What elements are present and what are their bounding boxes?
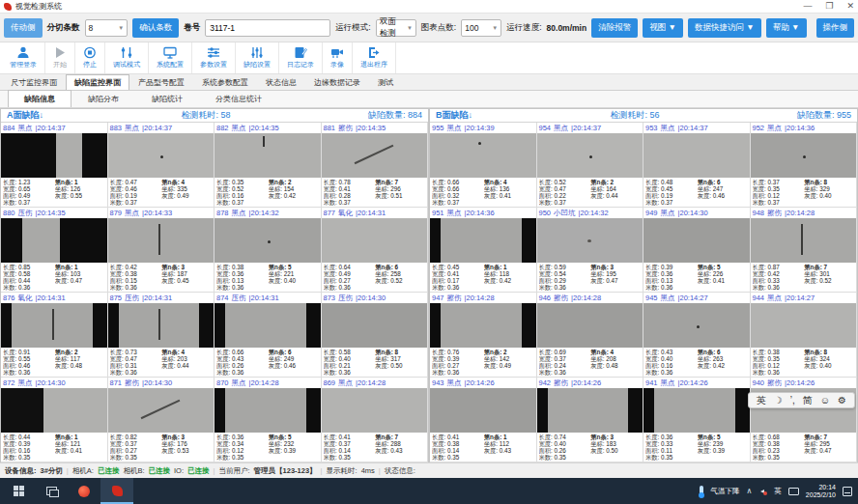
ime-emoji-icon[interactable]: ☺ (820, 393, 830, 407)
ime-settings-icon[interactable]: ⚙ (838, 393, 846, 407)
defect-cell[interactable]: 948 擦伤 |20:14:28 长度: 0.87 宽度: 0.42 面积: 0… (751, 208, 858, 293)
defect-cell[interactable]: 954 黑点 |20:14:37 长度: 0.52 宽度: 0.47 面积: 0… (537, 123, 644, 208)
defect-image[interactable] (644, 218, 750, 263)
defect-image[interactable] (214, 303, 321, 348)
defect-image[interactable] (1, 133, 107, 178)
tab-edge-data-record[interactable]: 边缘数据记录 (305, 74, 369, 90)
defect-cell[interactable]: 946 擦伤 |20:14:28 长度: 0.69 宽度: 0.37 面积: 0… (537, 293, 644, 378)
volume-icon[interactable] (758, 487, 767, 495)
ime-simplified-toggle[interactable]: 简 (803, 393, 813, 407)
defect-image[interactable] (644, 388, 750, 433)
defect-image[interactable] (751, 303, 857, 348)
defect-cell[interactable]: 870 黑点 |20:14:28 长度: 0.36 宽度: 0.34 面积: 0… (214, 378, 322, 462)
defect-cell[interactable]: 950 小凹坑 |20:14:32 长度: 0.59 宽度: 0.54 面积: … (537, 208, 644, 293)
defect-image[interactable] (108, 133, 214, 178)
defect-cell[interactable]: 955 黑点 |20:14:39 长度: 0.66 宽度: 0.66 面积: 0… (430, 123, 537, 208)
defect-cell[interactable]: 943 黑点 |20:14:26 长度: 0.41 宽度: 0.38 面积: 0… (430, 378, 537, 462)
stop-button[interactable]: 停止 (75, 42, 105, 73)
ime-english-toggle[interactable]: 英 (757, 393, 766, 407)
defect-cell[interactable]: 874 压伤 |20:14:31 长度: 0.66 宽度: 0.43 面积: 0… (214, 293, 322, 378)
defect-image[interactable] (644, 303, 750, 348)
defect-image[interactable] (751, 218, 857, 263)
defect-image[interactable] (430, 218, 536, 263)
operator-side-button[interactable]: 操作侧 (816, 18, 855, 38)
defect-image[interactable] (108, 218, 214, 263)
admin-login-button[interactable]: 管理登录 (2, 42, 45, 73)
tab-product-model-config[interactable]: 产品型号配置 (129, 74, 193, 90)
defect-image[interactable] (430, 303, 536, 348)
confirm-count-button[interactable]: 确认条数 (132, 18, 179, 38)
tab-size-monitor[interactable]: 尺寸监控界面 (2, 74, 66, 90)
defect-settings-button[interactable]: 缺陷设置 (236, 42, 279, 73)
weather-text[interactable]: 气温下降 (710, 487, 739, 496)
hidden-icons-chevron[interactable]: ∧ (746, 487, 752, 495)
defect-image[interactable] (537, 133, 644, 178)
defect-image[interactable] (108, 388, 214, 433)
record-video-button[interactable]: 录像 (323, 42, 353, 73)
minimize-button[interactable]: — (803, 2, 812, 11)
defect-cell[interactable]: 879 黑点 |20:14:33 长度: 0.42 宽度: 0.38 面积: 0… (108, 208, 215, 293)
defect-cell[interactable]: 881 擦伤 |20:14:35 长度: 0.78 宽度: 0.41 面积: 0… (322, 123, 429, 208)
inspection-app-button[interactable] (100, 478, 133, 504)
parameter-settings-button[interactable]: 参数设置 (192, 42, 236, 73)
defect-cell[interactable]: 884 黑点 |20:14:37 长度: 1.23 宽度: 0.65 面积: 0… (1, 123, 108, 208)
defect-cell[interactable]: 876 氧化 |20:14:31 长度: 0.91 宽度: 0.55 面积: 0… (1, 293, 108, 378)
weather-thermometer-icon[interactable] (700, 486, 703, 496)
defect-cell[interactable]: 873 压伤 |20:14:30 长度: 0.58 宽度: 0.40 面积: 0… (322, 293, 429, 378)
defect-cell[interactable]: 951 黑点 |20:14:36 长度: 0.45 宽度: 0.41 面积: 0… (430, 208, 537, 293)
language-indicator[interactable]: 英 (774, 487, 782, 496)
defect-cell[interactable]: 871 擦伤 |20:14:30 长度: 0.82 宽度: 0.37 面积: 0… (108, 378, 215, 462)
defect-cell[interactable]: 941 黑点 |20:14:26 长度: 0.36 宽度: 0.33 面积: 0… (644, 378, 751, 462)
defect-image[interactable] (537, 303, 644, 348)
tab-status-info[interactable]: 状态信息 (257, 74, 305, 90)
help-menu-button[interactable]: 帮助 ▼ (766, 18, 807, 38)
defect-cell[interactable]: 949 黑点 |20:14:30 长度: 0.39 宽度: 0.36 面积: 0… (644, 208, 751, 293)
data-quick-access-button[interactable]: 数据快捷访问 ▼ (688, 18, 761, 38)
defect-image[interactable] (1, 218, 107, 263)
defect-image[interactable] (214, 133, 321, 178)
defect-image[interactable] (1, 388, 107, 433)
defect-image[interactable] (430, 133, 536, 178)
defect-cell[interactable]: 869 黑点 |20:14:28 长度: 0.41 宽度: 0.37 面积: 0… (322, 378, 429, 462)
defect-cell[interactable]: 878 黑点 |20:14:32 长度: 0.38 宽度: 0.36 面积: 0… (214, 208, 322, 293)
clear-alarm-button[interactable]: 清除报警 (591, 18, 638, 38)
defect-cell[interactable]: 877 氧化 |20:14:31 长度: 0.64 宽度: 0.49 面积: 0… (322, 208, 429, 293)
ime-punctuation-toggle[interactable]: ’, (790, 393, 795, 407)
defect-cell[interactable]: 952 黑点 |20:14:36 长度: 0.37 宽度: 0.35 面积: 0… (751, 123, 858, 208)
defect-cell[interactable]: 953 黑点 |20:14:37 长度: 0.48 宽度: 0.45 面积: 0… (644, 123, 751, 208)
defect-image[interactable] (214, 388, 321, 433)
subtab-defect-info[interactable]: 缺陷信息 (8, 90, 72, 107)
defect-image[interactable] (537, 218, 644, 263)
defect-image[interactable] (214, 218, 321, 263)
defect-image[interactable] (322, 303, 428, 348)
taskbar-clock[interactable]: 20:14 2025/2/10 (806, 484, 836, 499)
defect-image[interactable] (108, 303, 214, 348)
close-button[interactable]: ✕ (846, 2, 854, 11)
defect-cell[interactable]: 882 黑点 |20:14:35 长度: 0.35 宽度: 0.52 面积: 0… (214, 123, 322, 208)
touch-keyboard-icon[interactable] (788, 488, 799, 495)
log-record-button[interactable]: 日志记录 (279, 42, 323, 73)
slit-count-select[interactable]: 8▼ (85, 19, 129, 37)
defect-image[interactable] (322, 218, 428, 263)
view-menu-button[interactable]: 视图 ▼ (643, 18, 683, 38)
tab-system-param-config[interactable]: 系统参数配置 (193, 74, 257, 90)
defect-image[interactable] (322, 388, 428, 433)
panel-a-title[interactable]: A面缺陷↓ (7, 109, 43, 122)
defect-image[interactable] (430, 388, 536, 433)
action-center-icon[interactable] (843, 487, 852, 496)
task-view-button[interactable] (35, 478, 68, 504)
defect-cell[interactable]: 875 压伤 |20:14:31 长度: 0.73 宽度: 0.47 面积: 0… (108, 293, 215, 378)
start-menu-button[interactable] (2, 478, 35, 504)
ime-moon-icon[interactable]: ☽ (774, 393, 783, 407)
tab-defect-monitor[interactable]: 缺陷监控界面 (66, 74, 129, 90)
defect-cell[interactable]: 944 黑点 |20:14:27 长度: 0.38 宽度: 0.35 面积: 0… (751, 293, 858, 378)
run-mode-select[interactable]: 双面检测▼ (376, 19, 416, 37)
defect-image[interactable] (1, 303, 107, 348)
defect-image[interactable] (322, 133, 428, 178)
defect-cell[interactable]: 883 黑点 |20:14:37 长度: 0.47 宽度: 0.46 面积: 0… (108, 123, 215, 208)
defect-cell[interactable]: 880 压伤 |20:14:35 长度: 0.85 宽度: 0.58 面积: 0… (1, 208, 108, 293)
tab-test[interactable]: 测试 (369, 74, 402, 90)
drive-side-button[interactable]: 传动侧 (4, 18, 43, 38)
panel-b-title[interactable]: B面缺陷↓ (436, 109, 472, 122)
maximize-button[interactable]: ❐ (825, 2, 833, 11)
